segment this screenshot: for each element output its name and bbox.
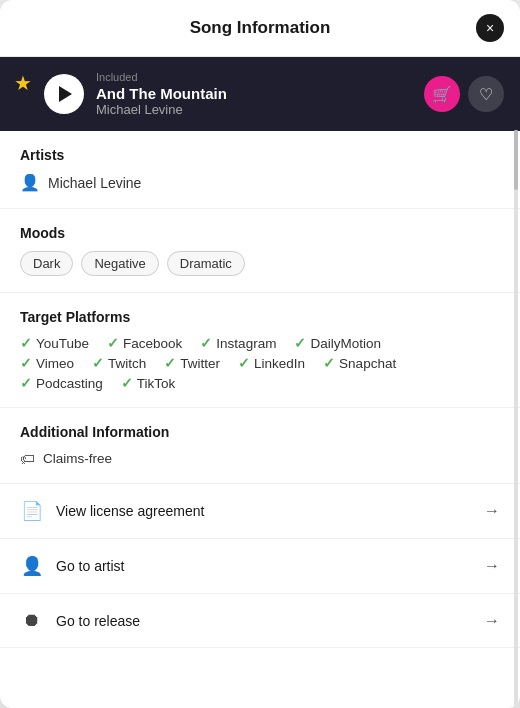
scrollbar-track — [514, 130, 518, 708]
claims-free-label: Claims-free — [43, 451, 112, 466]
cart-icon: 🛒 — [432, 85, 452, 104]
platform-vimeo: ✓ Vimeo — [20, 355, 74, 371]
go-to-artist-link[interactable]: 👤 Go to artist → — [0, 539, 520, 594]
go-to-artist-label: Go to artist — [56, 558, 472, 574]
artist-link-icon: 👤 — [20, 555, 44, 577]
claims-free-item: 🏷 Claims-free — [20, 450, 500, 467]
song-title: And The Mountain — [96, 85, 412, 102]
platform-label: Twitch — [108, 356, 146, 371]
moods-title: Moods — [20, 225, 500, 241]
mood-tag-dramatic: Dramatic — [167, 251, 245, 276]
check-icon: ✓ — [323, 355, 335, 371]
platforms-section: Target Platforms ✓ YouTube ✓ Facebook ✓ … — [0, 293, 520, 408]
check-icon: ✓ — [238, 355, 250, 371]
view-license-link[interactable]: 📄 View license agreement → — [0, 484, 520, 539]
close-button[interactable]: × — [476, 14, 504, 42]
heart-button[interactable]: ♡ — [468, 76, 504, 112]
check-icon: ✓ — [200, 335, 212, 351]
platform-instagram: ✓ Instagram — [200, 335, 276, 351]
modal-content: Artists 👤 Michael Levine Moods Dark Nega… — [0, 131, 520, 648]
song-included-label: Included — [96, 71, 412, 83]
platform-label: DailyMotion — [310, 336, 381, 351]
platform-facebook: ✓ Facebook — [107, 335, 182, 351]
platform-label: Podcasting — [36, 376, 103, 391]
song-information-modal: Song Information × ★ Included And The Mo… — [0, 0, 520, 708]
platforms-grid: ✓ YouTube ✓ Facebook ✓ Instagram ✓ Daily… — [20, 335, 500, 391]
platform-label: YouTube — [36, 336, 89, 351]
check-icon: ✓ — [20, 355, 32, 371]
arrow-right-icon: → — [484, 612, 500, 630]
additional-section: Additional Information 🏷 Claims-free — [0, 408, 520, 484]
play-button[interactable] — [44, 74, 84, 114]
platforms-row-3: ✓ Podcasting ✓ TikTok — [20, 375, 500, 391]
platforms-row-1: ✓ YouTube ✓ Facebook ✓ Instagram ✓ Daily… — [20, 335, 500, 351]
moods-section: Moods Dark Negative Dramatic — [0, 209, 520, 293]
platform-twitch: ✓ Twitch — [92, 355, 146, 371]
additional-title: Additional Information — [20, 424, 500, 440]
artist-row: 👤 Michael Levine — [20, 173, 500, 192]
platform-label: Vimeo — [36, 356, 74, 371]
platform-twitter: ✓ Twitter — [164, 355, 220, 371]
play-icon — [59, 86, 72, 102]
platforms-title: Target Platforms — [20, 309, 500, 325]
platform-label: Facebook — [123, 336, 182, 351]
go-to-release-link[interactable]: ⏺ Go to release → — [0, 594, 520, 648]
artist-name: Michael Levine — [48, 175, 141, 191]
arrow-right-icon: → — [484, 557, 500, 575]
platform-label: LinkedIn — [254, 356, 305, 371]
go-to-release-label: Go to release — [56, 613, 472, 629]
scrollbar-thumb[interactable] — [514, 130, 518, 190]
check-icon: ✓ — [107, 335, 119, 351]
check-icon: ✓ — [20, 335, 32, 351]
song-actions: 🛒 ♡ — [424, 76, 504, 112]
artists-title: Artists — [20, 147, 500, 163]
platform-tiktok: ✓ TikTok — [121, 375, 176, 391]
artists-section: Artists 👤 Michael Levine — [0, 131, 520, 209]
claims-icon: 🏷 — [20, 450, 35, 467]
platform-label: TikTok — [137, 376, 176, 391]
check-icon: ✓ — [164, 355, 176, 371]
platform-label: Instagram — [216, 336, 276, 351]
heart-icon: ♡ — [479, 85, 493, 104]
check-icon: ✓ — [121, 375, 133, 391]
favorite-star-icon[interactable]: ★ — [14, 71, 32, 95]
song-artist: Michael Levine — [96, 102, 412, 117]
release-link-icon: ⏺ — [20, 610, 44, 631]
platform-snapchat: ✓ Snapchat — [323, 355, 396, 371]
song-card: ★ Included And The Mountain Michael Levi… — [0, 57, 520, 131]
modal-title: Song Information — [190, 18, 331, 38]
view-license-label: View license agreement — [56, 503, 472, 519]
moods-row: Dark Negative Dramatic — [20, 251, 500, 276]
platform-dailymotion: ✓ DailyMotion — [294, 335, 381, 351]
license-icon: 📄 — [20, 500, 44, 522]
arrow-right-icon: → — [484, 502, 500, 520]
platform-label: Twitter — [180, 356, 220, 371]
platform-label: Snapchat — [339, 356, 396, 371]
mood-tag-negative: Negative — [81, 251, 158, 276]
platform-podcasting: ✓ Podcasting — [20, 375, 103, 391]
mood-tag-dark: Dark — [20, 251, 73, 276]
song-info: Included And The Mountain Michael Levine — [96, 71, 412, 117]
platforms-row-2: ✓ Vimeo ✓ Twitch ✓ Twitter ✓ LinkedIn — [20, 355, 500, 371]
check-icon: ✓ — [92, 355, 104, 371]
platform-youtube: ✓ YouTube — [20, 335, 89, 351]
person-icon: 👤 — [20, 173, 40, 192]
check-icon: ✓ — [20, 375, 32, 391]
modal-header: Song Information × — [0, 0, 520, 57]
check-icon: ✓ — [294, 335, 306, 351]
platform-linkedin: ✓ LinkedIn — [238, 355, 305, 371]
add-to-cart-button[interactable]: 🛒 — [424, 76, 460, 112]
